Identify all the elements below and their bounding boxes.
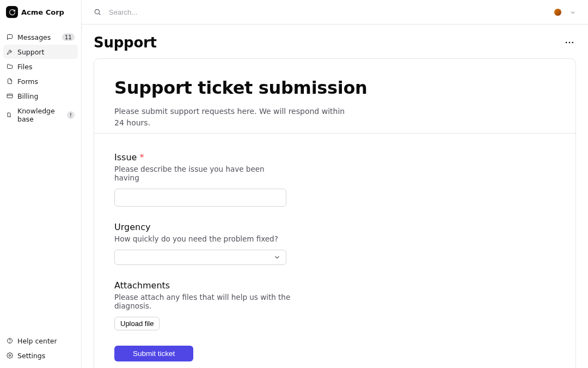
wrench-icon [7,49,13,55]
sidebar-item-label: Settings [17,352,75,360]
svg-point-3 [9,355,11,357]
folder-icon [7,63,13,70]
gear-icon [7,352,13,359]
form-card: Support ticket submission Please submit … [94,58,576,368]
svg-point-5 [566,42,567,44]
svg-point-7 [572,42,574,44]
svg-point-2 [10,342,10,342]
brand-name: Acme Corp [21,8,64,16]
svg-rect-0 [7,94,13,98]
sidebar-item-billing[interactable]: Billing [3,89,78,103]
field-urgency: Urgency How quickly do you need the prob… [114,222,286,265]
required-mark: * [139,152,144,162]
sidebar-item-label: Knowledge base [17,107,63,123]
sidebar-item-label: Support [17,48,75,56]
sidebar-item-messages[interactable]: Messages 11 [3,30,78,44]
issue-input[interactable] [114,189,286,207]
svg-point-6 [569,42,571,44]
sidebar-item-knowledge-base[interactable]: Knowledge base ! [3,104,78,126]
sidebar-item-settings[interactable]: Settings [3,348,78,363]
sidebar-item-forms[interactable]: Forms [3,74,78,88]
main: Support Support ticket submission Please… [82,0,588,368]
field-help: Please describe the issue you have been … [114,165,286,182]
sidebar-item-label: Billing [17,92,75,100]
field-label: Attachments [114,280,299,291]
brand: Acme Corp [3,6,78,23]
submit-ticket-button[interactable]: Submit ticket [114,346,193,361]
sidebar-item-files[interactable]: Files [3,59,78,74]
urgency-select[interactable] [114,250,286,265]
footer-nav: Help center Settings [3,334,78,363]
knowledge-badge: ! [67,111,75,119]
sidebar-item-help-center[interactable]: Help center [3,334,78,348]
field-label: Issue * [114,152,286,162]
sidebar-item-label: Forms [17,77,75,86]
dots-horizontal-icon [564,37,575,48]
refresh-icon [9,9,16,16]
brand-logo [6,6,18,18]
primary-nav: Messages 11 Support Files Forms [3,30,78,126]
field-issue: Issue * Please describe the issue you ha… [114,152,286,207]
field-help: Please attach any files that will help u… [114,293,299,310]
page: Support Support ticket submission Please… [82,25,588,368]
search-icon [94,8,101,16]
avatar[interactable] [554,8,562,16]
sidebar-item-label: Files [17,63,75,71]
more-button[interactable] [563,36,576,49]
page-title: Support [94,34,157,51]
credit-card-icon [7,93,13,99]
sidebar: Acme Corp Messages 11 Support Files [0,0,82,368]
help-icon [7,337,13,344]
sidebar-item-label: Messages [17,33,58,41]
messages-badge: 11 [62,33,75,41]
topbar [82,0,588,25]
field-help: How quickly do you need the problem fixe… [114,234,286,243]
chevron-down-icon[interactable] [569,9,576,15]
messages-icon [7,34,13,40]
svg-point-4 [95,9,99,14]
file-icon [7,78,13,85]
form-title: Support ticket submission [114,77,555,98]
book-icon [7,112,13,118]
sidebar-item-label: Help center [17,337,75,345]
sidebar-item-support[interactable]: Support [3,45,78,59]
field-label: Urgency [114,222,286,232]
upload-file-button[interactable]: Upload file [114,317,160,330]
search-input[interactable] [109,8,546,16]
form-description: Please submit support requests here. We … [114,106,354,129]
field-attachments: Attachments Please attach any files that… [114,280,299,330]
